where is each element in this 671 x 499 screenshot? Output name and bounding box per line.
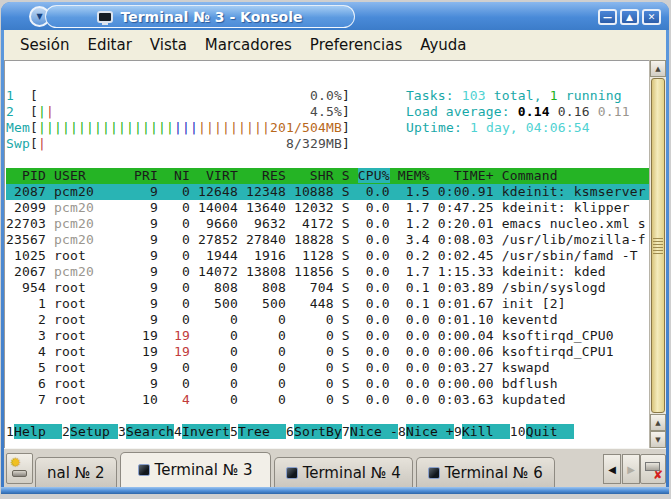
menu-item-vista[interactable]: Vista: [141, 32, 196, 58]
minimize-button[interactable]: —: [598, 9, 617, 25]
new-session-button[interactable]: ✹: [6, 453, 33, 484]
process-row: 1025 root 9 0 1944 1916 1128 S 0.0 0.2 0…: [6, 248, 650, 264]
cpu1-meter-line: 1 [ 0.0%] Tasks: 103 total, 1 running: [6, 88, 650, 104]
process-row: 5 root 9 0 0 0 0 S 0.0 0.0 0:03.27 kswap…: [6, 360, 650, 376]
process-row: 4 root 19 19 0 0 0 S 0.0 0.0 0:00.06 kso…: [6, 344, 650, 360]
scrollbar-down-icon[interactable]: ▼: [650, 431, 666, 448]
process-row: 6 root 9 0 0 0 0 S 0.0 0.0 0:00.00 bdflu…: [6, 376, 650, 392]
menu-bar: SesiónEditarVistaMarcadoresPreferenciasA…: [4, 30, 666, 60]
konsole-tab-icon: [428, 467, 440, 479]
scrollbar-up-icon[interactable]: ▲: [650, 414, 666, 431]
tab-label: Terminal № 3: [155, 461, 253, 479]
terminal-output[interactable]: 1 [ 0.0%] Tasks: 103 total, 1 running2 […: [6, 88, 650, 440]
konsole-window: ▼ Terminal № 3 - Konsole — ▲ ✕ SesiónEdi…: [1, 2, 669, 494]
title-bar[interactable]: ▼ Terminal № 3 - Konsole — ▲ ✕: [1, 2, 669, 30]
process-row: 7 root 10 4 0 0 0 S 0.0 0.0 0:03.63 kupd…: [6, 392, 650, 408]
process-row: 2 root 9 0 0 0 0 S 0.0 0.0 0:01.10 keven…: [6, 312, 650, 328]
session-tab-bar: ✹ nal № 2Terminal № 3Terminal № 4Termina…: [4, 448, 666, 487]
cpu2-meter-line: 2 [|| 4.5%] Load average: 0.14 0.16 0.11: [6, 104, 650, 120]
process-row: 22703 pcm20 9 0 9660 9632 4172 S 0.0 1.2…: [6, 216, 650, 232]
table-header-line: PID USER PRI NI VIRT RES SHR S CPU% MEM%…: [6, 168, 650, 184]
blank-line: [6, 152, 650, 168]
process-row: 1 root 9 0 500 500 448 S 0.0 0.1 0:01.67…: [6, 296, 650, 312]
tab-scroll-left-button[interactable]: ◀: [603, 454, 621, 484]
scrollbar-grip: [653, 238, 663, 254]
konsole-tab-icon: [286, 467, 298, 479]
tab-terminal-4[interactable]: Terminal № 4: [274, 457, 413, 487]
tab-terminal-6[interactable]: Terminal № 6: [416, 457, 555, 487]
process-row-selected: 2087 pcm20 9 0 12648 12348 10888 S 0.0 1…: [6, 184, 650, 200]
new-session-icon: [12, 470, 27, 477]
close-button[interactable]: ✕: [642, 9, 661, 25]
mem-meter-line: Mem[|||||||||||||||||||||||||||||201/504…: [6, 120, 650, 136]
process-row: 2067 pcm20 9 0 14072 13808 11856 S 0.0 1…: [6, 264, 650, 280]
menu-item-ayuda[interactable]: Ayuda: [411, 32, 475, 58]
menu-item-sesion[interactable]: Sesión: [11, 32, 78, 58]
tab-terminal-3[interactable]: Terminal № 3: [120, 452, 271, 487]
tab-label: Terminal № 4: [303, 464, 401, 482]
close-session-button[interactable]: ✘: [640, 454, 666, 484]
new-session-star-icon: ✹: [10, 455, 21, 470]
close-session-x-icon: ✘: [653, 469, 663, 481]
window-bottom-border: [1, 487, 669, 494]
window-title: Terminal № 3 - Konsole: [120, 9, 302, 25]
tab-label: Terminal № 6: [445, 464, 543, 482]
process-row: 23567 pcm20 9 0 27852 27840 18828 S 0.0 …: [6, 232, 650, 248]
maximize-button[interactable]: ▲: [620, 9, 639, 25]
scrollbar-thumb[interactable]: [651, 78, 665, 413]
scrollbar-up-icon[interactable]: ▲: [650, 60, 666, 77]
title-pill: Terminal № 3 - Konsole: [45, 5, 355, 28]
tab-scroll-right-button[interactable]: ▶: [622, 454, 640, 484]
tab-list: nal № 2Terminal № 3Terminal № 4Terminal …: [35, 449, 594, 487]
process-row: 3 root 19 19 0 0 0 S 0.0 0.0 0:00.04 kso…: [6, 328, 650, 344]
terminal-area[interactable]: 1 [ 0.0%] Tasks: 103 total, 1 running2 […: [4, 60, 666, 448]
konsole-tab-icon: [138, 464, 150, 476]
swap-meter-line: Swp[| 8/329MB]: [6, 136, 650, 152]
tab-nal-2[interactable]: nal № 2: [35, 457, 117, 487]
menu-item-preferencias[interactable]: Preferencias: [301, 32, 411, 58]
blank-line: [6, 408, 650, 424]
tab-label: nal № 2: [47, 464, 105, 482]
scrollbar[interactable]: ▲ ▲ ▼: [649, 60, 666, 448]
process-row: 954 root 9 0 808 808 704 S 0.0 0.1 0:03.…: [6, 280, 650, 296]
konsole-monitor-icon: [97, 11, 113, 23]
menu-item-editar[interactable]: Editar: [78, 32, 140, 58]
process-row: 2099 pcm20 9 0 14004 13640 12032 S 0.0 1…: [6, 200, 650, 216]
menu-item-marcadores[interactable]: Marcadores: [196, 32, 301, 58]
function-key-bar: 1Help 2Setup 3Search4Invert5Tree 6SortBy…: [6, 424, 650, 440]
